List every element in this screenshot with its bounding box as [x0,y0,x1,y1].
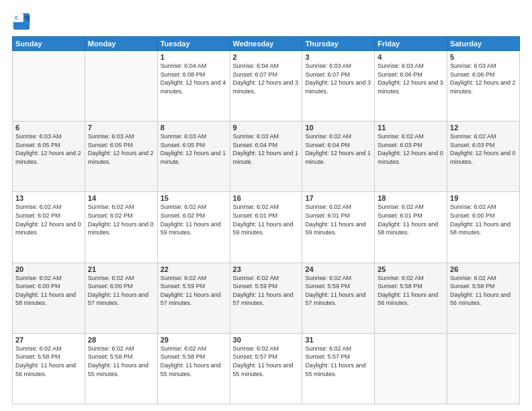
day-number: 31 [305,336,371,344]
calendar-cell: 13Sunrise: 6:02 AM Sunset: 6:02 PM Dayli… [13,192,85,263]
calendar-cell: 12Sunrise: 6:02 AM Sunset: 6:03 PM Dayli… [447,122,520,192]
day-number: 16 [233,194,300,202]
day-info: Sunrise: 6:02 AM Sunset: 6:01 PM Dayligh… [378,203,444,236]
day-number: 7 [88,124,154,132]
day-number: 29 [161,336,227,344]
calendar-cell [447,333,520,404]
day-number: 1 [161,53,227,61]
calendar-cell: 10Sunrise: 6:02 AM Sunset: 6:04 PM Dayli… [302,122,375,192]
day-info: Sunrise: 6:03 AM Sunset: 6:04 PM Dayligh… [233,132,300,166]
weekday-tuesday: Tuesday [157,37,230,51]
day-number: 23 [233,265,300,273]
day-number: 11 [378,124,444,132]
calendar-cell: 20Sunrise: 6:02 AM Sunset: 6:00 PM Dayli… [13,263,85,333]
calendar-cell: 25Sunrise: 6:02 AM Sunset: 5:58 PM Dayli… [375,263,447,333]
weekday-friday: Friday [375,37,447,51]
day-number: 4 [378,53,444,61]
day-number: 22 [161,265,227,273]
day-info: Sunrise: 6:02 AM Sunset: 5:57 PM Dayligh… [305,345,371,378]
calendar-cell: 11Sunrise: 6:02 AM Sunset: 6:03 PM Dayli… [375,122,447,192]
day-number: 25 [378,265,444,273]
calendar-cell: 30Sunrise: 6:02 AM Sunset: 5:57 PM Dayli… [230,333,302,404]
day-info: Sunrise: 6:02 AM Sunset: 5:58 PM Dayligh… [88,345,154,378]
day-number: 15 [161,194,227,202]
day-info: Sunrise: 6:02 AM Sunset: 5:59 PM Dayligh… [233,274,300,308]
day-info: Sunrise: 6:02 AM Sunset: 6:02 PM Dayligh… [15,203,82,236]
day-info: Sunrise: 6:03 AM Sunset: 6:07 PM Dayligh… [305,62,371,95]
day-info: Sunrise: 6:02 AM Sunset: 6:01 PM Dayligh… [305,203,371,236]
calendar-cell: 29Sunrise: 6:02 AM Sunset: 5:58 PM Dayli… [157,333,230,404]
day-number: 13 [15,194,82,202]
calendar-cell: 8Sunrise: 6:03 AM Sunset: 6:05 PM Daylig… [157,122,230,192]
day-info: Sunrise: 6:02 AM Sunset: 5:59 PM Dayligh… [305,274,371,308]
day-info: Sunrise: 6:02 AM Sunset: 6:02 PM Dayligh… [88,203,154,236]
day-info: Sunrise: 6:02 AM Sunset: 6:00 PM Dayligh… [88,274,154,308]
day-number: 20 [15,265,82,273]
weekday-sunday: Sunday [13,37,85,51]
day-number: 17 [305,194,371,202]
calendar-cell: 26Sunrise: 6:02 AM Sunset: 5:58 PM Dayli… [447,263,520,333]
day-info: Sunrise: 6:02 AM Sunset: 5:58 PM Dayligh… [15,345,82,378]
day-info: Sunrise: 6:02 AM Sunset: 5:57 PM Dayligh… [233,345,300,378]
day-info: Sunrise: 6:03 AM Sunset: 6:06 PM Dayligh… [378,62,444,95]
day-number: 27 [15,336,82,344]
day-info: Sunrise: 6:03 AM Sunset: 6:05 PM Dayligh… [88,132,154,166]
day-number: 9 [233,124,300,132]
header: G [12,12,520,31]
calendar-page: G SundayMondayTuesdayWednesdayThursdayFr… [0,0,532,411]
calendar-cell: 1Sunrise: 6:04 AM Sunset: 6:08 PM Daylig… [157,51,230,122]
day-number: 18 [378,194,444,202]
calendar-cell: 9Sunrise: 6:03 AM Sunset: 6:04 PM Daylig… [230,122,302,192]
calendar-cell: 16Sunrise: 6:02 AM Sunset: 6:01 PM Dayli… [230,192,302,263]
calendar-cell: 21Sunrise: 6:02 AM Sunset: 6:00 PM Dayli… [85,263,157,333]
calendar-cell: 4Sunrise: 6:03 AM Sunset: 6:06 PM Daylig… [375,51,447,122]
calendar-cell: 14Sunrise: 6:02 AM Sunset: 6:02 PM Dayli… [85,192,157,263]
calendar-cell: 28Sunrise: 6:02 AM Sunset: 5:58 PM Dayli… [85,333,157,404]
logo: G [12,12,34,31]
calendar-cell: 31Sunrise: 6:02 AM Sunset: 5:57 PM Dayli… [302,333,375,404]
day-number: 12 [450,124,517,132]
day-info: Sunrise: 6:02 AM Sunset: 5:58 PM Dayligh… [378,274,444,308]
calendar-cell [13,51,85,122]
weekday-header-row: SundayMondayTuesdayWednesdayThursdayFrid… [13,37,520,51]
calendar-table: SundayMondayTuesdayWednesdayThursdayFrid… [12,36,520,404]
day-number: 26 [450,265,517,273]
calendar-cell: 6Sunrise: 6:03 AM Sunset: 6:05 PM Daylig… [13,122,85,192]
day-info: Sunrise: 6:02 AM Sunset: 6:00 PM Dayligh… [15,274,82,308]
day-info: Sunrise: 6:02 AM Sunset: 5:58 PM Dayligh… [450,274,517,308]
day-info: Sunrise: 6:04 AM Sunset: 6:07 PM Dayligh… [233,62,300,95]
weekday-thursday: Thursday [302,37,375,51]
day-number: 3 [305,53,371,61]
calendar-cell: 19Sunrise: 6:02 AM Sunset: 6:00 PM Dayli… [447,192,520,263]
day-number: 21 [88,265,154,273]
day-number: 19 [450,194,517,202]
calendar-cell: 24Sunrise: 6:02 AM Sunset: 5:59 PM Dayli… [302,263,375,333]
week-row-3: 13Sunrise: 6:02 AM Sunset: 6:02 PM Dayli… [13,192,520,263]
day-info: Sunrise: 6:04 AM Sunset: 6:08 PM Dayligh… [161,62,227,95]
calendar-cell: 5Sunrise: 6:03 AM Sunset: 6:06 PM Daylig… [447,51,520,122]
week-row-2: 6Sunrise: 6:03 AM Sunset: 6:05 PM Daylig… [13,122,520,192]
day-number: 28 [88,336,154,344]
day-info: Sunrise: 6:02 AM Sunset: 6:00 PM Dayligh… [450,203,517,236]
day-number: 14 [88,194,154,202]
calendar-cell: 7Sunrise: 6:03 AM Sunset: 6:05 PM Daylig… [85,122,157,192]
svg-text:G: G [15,15,18,20]
weekday-monday: Monday [85,37,157,51]
calendar-cell: 22Sunrise: 6:02 AM Sunset: 5:59 PM Dayli… [157,263,230,333]
day-info: Sunrise: 6:03 AM Sunset: 6:05 PM Dayligh… [15,132,82,166]
day-info: Sunrise: 6:02 AM Sunset: 5:59 PM Dayligh… [161,274,227,308]
day-info: Sunrise: 6:02 AM Sunset: 6:03 PM Dayligh… [450,132,517,166]
week-row-1: 1Sunrise: 6:04 AM Sunset: 6:08 PM Daylig… [13,51,520,122]
calendar-cell: 15Sunrise: 6:02 AM Sunset: 6:02 PM Dayli… [157,192,230,263]
day-info: Sunrise: 6:03 AM Sunset: 6:05 PM Dayligh… [161,132,227,166]
week-row-5: 27Sunrise: 6:02 AM Sunset: 5:58 PM Dayli… [13,333,520,404]
day-number: 5 [450,53,517,61]
day-info: Sunrise: 6:03 AM Sunset: 6:06 PM Dayligh… [450,62,517,95]
day-info: Sunrise: 6:02 AM Sunset: 6:01 PM Dayligh… [233,203,300,236]
day-info: Sunrise: 6:02 AM Sunset: 5:58 PM Dayligh… [161,345,227,378]
day-number: 6 [15,124,82,132]
calendar-cell: 3Sunrise: 6:03 AM Sunset: 6:07 PM Daylig… [302,51,375,122]
logo-icon: G [12,12,31,31]
calendar-cell [375,333,447,404]
weekday-saturday: Saturday [447,37,520,51]
